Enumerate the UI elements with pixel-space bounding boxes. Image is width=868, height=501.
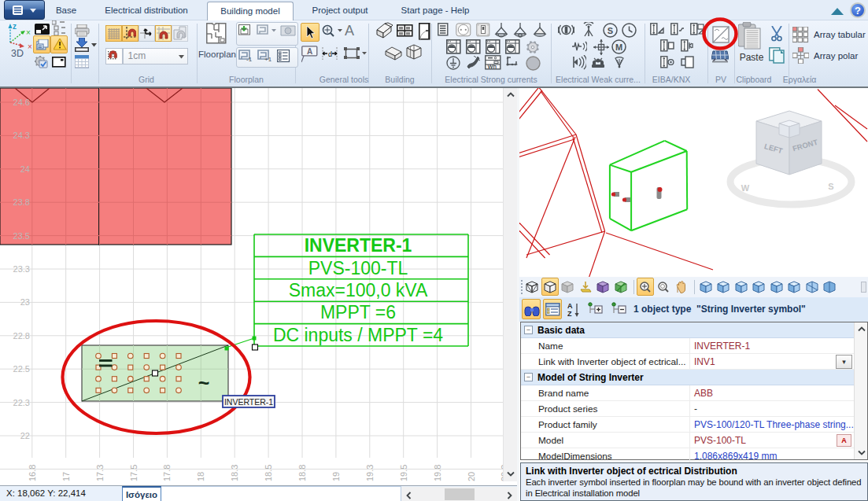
svg-text:18: 18	[196, 472, 205, 481]
svg-text:×: ×	[28, 42, 32, 50]
svg-text:DC inputs / MPPT =4: DC inputs / MPPT =4	[273, 325, 443, 345]
svg-text:22.3: 22.3	[13, 398, 30, 407]
svg-text:23.3: 23.3	[13, 264, 30, 274]
svg-text:W: W	[741, 183, 750, 193]
svg-text:22.5: 22.5	[13, 364, 30, 374]
svg-text:MPPT =6: MPPT =6	[320, 302, 396, 322]
svg-text:24.3: 24.3	[13, 131, 30, 140]
svg-text:17: 17	[61, 472, 71, 481]
svg-text:22.8: 22.8	[13, 331, 30, 341]
svg-text:19: 19	[331, 472, 341, 481]
svg-text:-1: -1	[246, 56, 253, 63]
svg-text:S: S	[608, 26, 613, 35]
svg-text:20: 20	[467, 472, 476, 481]
svg-text:+1: +1	[264, 56, 271, 63]
svg-text:S: S	[828, 182, 833, 191]
svg-text:23.8: 23.8	[13, 197, 30, 207]
svg-text:~: ~	[198, 372, 210, 394]
svg-text:17.3: 17.3	[95, 465, 105, 481]
svg-text:24: 24	[20, 164, 30, 174]
svg-text:M: M	[615, 42, 622, 52]
svg-text:19.8: 19.8	[433, 465, 442, 481]
svg-text:17.5: 17.5	[129, 465, 139, 481]
svg-text:23.5: 23.5	[13, 231, 30, 241]
svg-text:18.5: 18.5	[264, 465, 273, 481]
svg-text:A: A	[307, 47, 312, 56]
svg-text:24.6: 24.6	[13, 98, 30, 107]
svg-text:d: d	[328, 50, 332, 58]
svg-text:18.3: 18.3	[230, 465, 239, 481]
svg-text:INVERTER-1: INVERTER-1	[305, 235, 412, 256]
svg-text:Wh: Wh	[488, 63, 497, 70]
svg-text:23: 23	[20, 297, 30, 307]
svg-text:19.3: 19.3	[365, 465, 375, 481]
svg-text:PVS-100-TL: PVS-100-TL	[308, 258, 408, 278]
svg-text:19.5: 19.5	[399, 465, 408, 481]
svg-text:z: z	[13, 22, 17, 31]
svg-text:Smax=100,0 kVA: Smax=100,0 kVA	[289, 280, 428, 300]
svg-text:22: 22	[20, 431, 30, 440]
svg-text:18.8: 18.8	[297, 465, 307, 481]
svg-text:17.8: 17.8	[162, 465, 172, 481]
svg-text:16.8: 16.8	[28, 465, 37, 481]
svg-text:A: A	[567, 302, 573, 310]
svg-text:×: ×	[26, 28, 31, 37]
svg-text:Z: Z	[567, 310, 572, 318]
svg-text:INVERTER-1: INVERTER-1	[224, 397, 273, 407]
